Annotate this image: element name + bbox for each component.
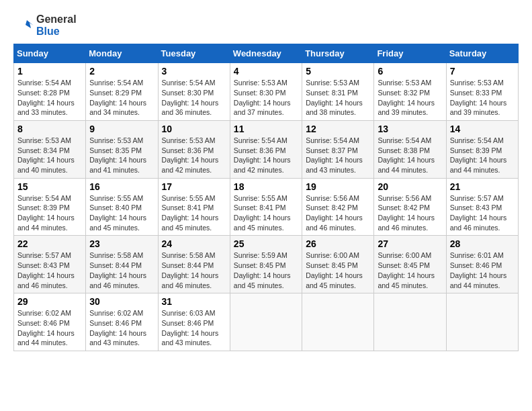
day-cell-27: 27 Sunrise: 6:00 AMSunset: 8:45 PMDaylig… (374, 236, 446, 293)
day-header-sunday: Sunday (14, 44, 86, 63)
day-number: 27 (378, 238, 442, 249)
empty-cell (230, 293, 302, 351)
day-number: 14 (450, 124, 515, 134)
day-info: Sunrise: 5:56 AMSunset: 8:42 PMDaylight:… (378, 194, 435, 232)
logo: GeneralBlue (13, 13, 77, 37)
day-info: Sunrise: 5:58 AMSunset: 8:44 PMDaylight:… (162, 251, 219, 289)
logo-general-text: General (36, 13, 77, 26)
week-row-1: 1 Sunrise: 5:54 AMSunset: 8:28 PMDayligh… (14, 63, 519, 121)
day-number: 20 (378, 181, 442, 192)
day-info: Sunrise: 6:03 AMSunset: 8:46 PMDaylight:… (162, 309, 219, 347)
day-header-thursday: Thursday (302, 44, 374, 63)
day-header-saturday: Saturday (446, 44, 518, 63)
day-cell-8: 8 Sunrise: 5:53 AMSunset: 8:34 PMDayligh… (14, 120, 86, 178)
day-cell-18: 18 Sunrise: 5:55 AMSunset: 8:41 PMDaylig… (230, 178, 302, 236)
day-info: Sunrise: 5:56 AMSunset: 8:42 PMDaylight:… (306, 194, 363, 232)
empty-cell (374, 293, 446, 351)
day-cell-3: 3 Sunrise: 5:54 AMSunset: 8:30 PMDayligh… (158, 63, 230, 121)
day-cell-20: 20 Sunrise: 5:56 AMSunset: 8:42 PMDaylig… (374, 178, 446, 236)
day-cell-19: 19 Sunrise: 5:56 AMSunset: 8:42 PMDaylig… (302, 178, 374, 236)
day-cell-15: 15 Sunrise: 5:54 AMSunset: 8:39 PMDaylig… (14, 178, 86, 236)
day-number: 17 (162, 181, 226, 192)
empty-cell (446, 293, 518, 351)
day-cell-7: 7 Sunrise: 5:53 AMSunset: 8:33 PMDayligh… (446, 63, 518, 121)
day-info: Sunrise: 5:53 AMSunset: 8:31 PMDaylight:… (306, 79, 363, 116)
day-info: Sunrise: 5:55 AMSunset: 8:40 PMDaylight:… (89, 194, 146, 232)
day-number: 8 (17, 124, 82, 134)
day-info: Sunrise: 6:00 AMSunset: 8:45 PMDaylight:… (306, 251, 363, 289)
day-number: 25 (234, 238, 298, 249)
day-info: Sunrise: 6:02 AMSunset: 8:46 PMDaylight:… (17, 309, 75, 347)
day-cell-14: 14 Sunrise: 5:54 AMSunset: 8:39 PMDaylig… (446, 120, 518, 178)
calendar-table: SundayMondayTuesdayWednesdayThursdayFrid… (13, 44, 519, 351)
day-number: 7 (450, 66, 515, 77)
week-row-4: 22 Sunrise: 5:57 AMSunset: 8:43 PMDaylig… (14, 236, 519, 293)
day-info: Sunrise: 5:53 AMSunset: 8:33 PMDaylight:… (450, 79, 507, 116)
day-number: 30 (89, 296, 154, 307)
day-number: 2 (89, 66, 154, 77)
day-number: 11 (234, 124, 298, 134)
svg-marker-0 (26, 20, 34, 28)
day-number: 23 (89, 238, 154, 249)
day-info: Sunrise: 6:02 AMSunset: 8:46 PMDaylight:… (89, 309, 146, 347)
day-info: Sunrise: 6:00 AMSunset: 8:45 PMDaylight:… (378, 251, 435, 289)
day-header-wednesday: Wednesday (230, 44, 302, 63)
day-number: 9 (89, 124, 154, 134)
day-number: 1 (17, 66, 82, 77)
day-header-monday: Monday (86, 44, 158, 63)
week-row-3: 15 Sunrise: 5:54 AMSunset: 8:39 PMDaylig… (14, 178, 519, 236)
day-cell-9: 9 Sunrise: 5:53 AMSunset: 8:35 PMDayligh… (86, 120, 158, 178)
logo-text: GeneralBlue (36, 13, 77, 37)
day-cell-21: 21 Sunrise: 5:57 AMSunset: 8:43 PMDaylig… (446, 178, 518, 236)
day-number: 5 (306, 66, 370, 77)
day-cell-5: 5 Sunrise: 5:53 AMSunset: 8:31 PMDayligh… (302, 63, 374, 121)
day-number: 28 (450, 238, 515, 249)
day-cell-6: 6 Sunrise: 5:53 AMSunset: 8:32 PMDayligh… (374, 63, 446, 121)
day-info: Sunrise: 5:55 AMSunset: 8:41 PMDaylight:… (162, 194, 219, 232)
day-number: 19 (306, 181, 370, 192)
day-number: 15 (17, 181, 82, 192)
day-info: Sunrise: 5:53 AMSunset: 8:35 PMDaylight:… (89, 136, 146, 174)
day-number: 6 (378, 66, 442, 77)
day-info: Sunrise: 5:54 AMSunset: 8:39 PMDaylight:… (450, 136, 507, 174)
day-info: Sunrise: 5:54 AMSunset: 8:29 PMDaylight:… (89, 79, 146, 116)
logo-bird-icon (13, 15, 35, 36)
day-cell-30: 30 Sunrise: 6:02 AMSunset: 8:46 PMDaylig… (86, 293, 158, 351)
day-cell-13: 13 Sunrise: 5:54 AMSunset: 8:38 PMDaylig… (374, 120, 446, 178)
day-header-friday: Friday (374, 44, 446, 63)
day-cell-2: 2 Sunrise: 5:54 AMSunset: 8:29 PMDayligh… (86, 63, 158, 121)
week-row-2: 8 Sunrise: 5:53 AMSunset: 8:34 PMDayligh… (14, 120, 519, 178)
day-info: Sunrise: 5:55 AMSunset: 8:41 PMDaylight:… (234, 194, 291, 232)
day-info: Sunrise: 5:54 AMSunset: 8:38 PMDaylight:… (378, 136, 435, 174)
day-info: Sunrise: 5:58 AMSunset: 8:44 PMDaylight:… (89, 251, 146, 289)
day-cell-31: 31 Sunrise: 6:03 AMSunset: 8:46 PMDaylig… (158, 293, 230, 351)
day-header-tuesday: Tuesday (158, 44, 230, 63)
day-info: Sunrise: 5:53 AMSunset: 8:36 PMDaylight:… (162, 136, 219, 174)
day-cell-16: 16 Sunrise: 5:55 AMSunset: 8:40 PMDaylig… (86, 178, 158, 236)
day-cell-12: 12 Sunrise: 5:54 AMSunset: 8:37 PMDaylig… (302, 120, 374, 178)
day-cell-28: 28 Sunrise: 6:01 AMSunset: 8:46 PMDaylig… (446, 236, 518, 293)
day-info: Sunrise: 5:59 AMSunset: 8:45 PMDaylight:… (234, 251, 291, 289)
day-cell-11: 11 Sunrise: 5:54 AMSunset: 8:36 PMDaylig… (230, 120, 302, 178)
day-info: Sunrise: 5:54 AMSunset: 8:28 PMDaylight:… (17, 79, 75, 116)
day-number: 10 (162, 124, 226, 134)
day-info: Sunrise: 5:54 AMSunset: 8:39 PMDaylight:… (17, 194, 75, 232)
day-info: Sunrise: 5:57 AMSunset: 8:43 PMDaylight:… (450, 194, 507, 232)
day-info: Sunrise: 5:53 AMSunset: 8:32 PMDaylight:… (378, 79, 435, 116)
empty-cell (302, 293, 374, 351)
day-number: 29 (17, 296, 82, 307)
day-number: 13 (378, 124, 442, 134)
day-cell-17: 17 Sunrise: 5:55 AMSunset: 8:41 PMDaylig… (158, 178, 230, 236)
day-info: Sunrise: 6:01 AMSunset: 8:46 PMDaylight:… (450, 251, 507, 289)
day-cell-25: 25 Sunrise: 5:59 AMSunset: 8:45 PMDaylig… (230, 236, 302, 293)
page-header: GeneralBlue (13, 13, 519, 37)
day-info: Sunrise: 5:54 AMSunset: 8:30 PMDaylight:… (162, 79, 219, 116)
day-number: 24 (162, 238, 226, 249)
day-number: 4 (234, 66, 298, 77)
logo-blue-text: Blue (36, 26, 77, 38)
week-row-5: 29 Sunrise: 6:02 AMSunset: 8:46 PMDaylig… (14, 293, 519, 351)
day-cell-4: 4 Sunrise: 5:53 AMSunset: 8:30 PMDayligh… (230, 63, 302, 121)
days-header-row: SundayMondayTuesdayWednesdayThursdayFrid… (14, 44, 519, 63)
day-cell-23: 23 Sunrise: 5:58 AMSunset: 8:44 PMDaylig… (86, 236, 158, 293)
day-cell-29: 29 Sunrise: 6:02 AMSunset: 8:46 PMDaylig… (14, 293, 86, 351)
